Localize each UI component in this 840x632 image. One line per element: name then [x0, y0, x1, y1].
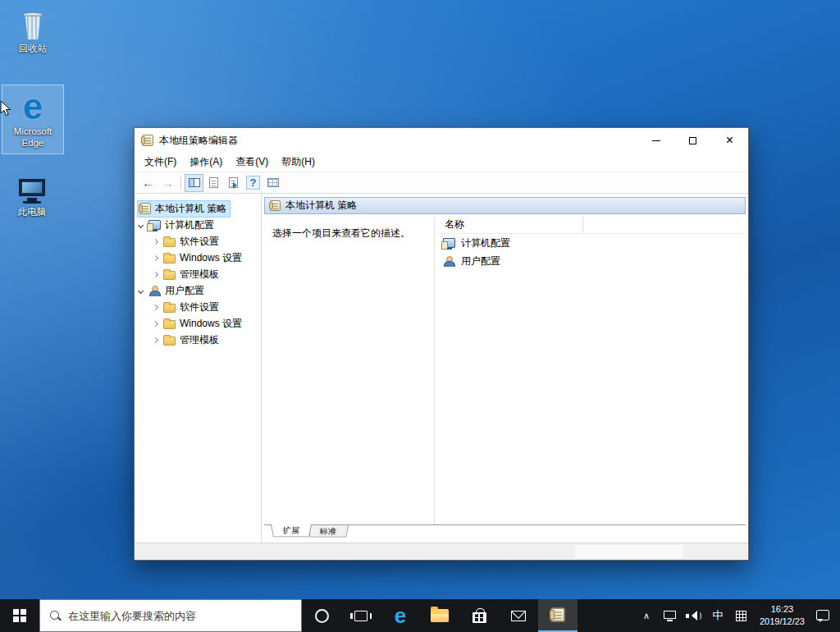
mail-icon: [511, 611, 526, 621]
desktop-icon-label: Microsoft Edge: [2, 126, 63, 149]
toolbar-separator: [180, 176, 181, 190]
start-button[interactable]: [0, 599, 39, 632]
standard-view-button[interactable]: [263, 174, 282, 192]
menu-help[interactable]: 帮助(H): [275, 153, 322, 172]
cortana-button[interactable]: [302, 599, 341, 632]
result-pane: 本地计算机 策略 选择一个项目来查看它的描述。 名称 计算机配置: [262, 194, 748, 543]
result-pane-header: 本地计算机 策略: [264, 197, 746, 214]
taskbar-gpedit-button[interactable]: [538, 599, 578, 632]
clock[interactable]: 16:23 2019/12/23: [756, 599, 808, 632]
desktop-icon-this-pc[interactable]: 此电脑: [3, 169, 61, 218]
tree-node-local-policy[interactable]: 本地计算机 策略: [135, 200, 261, 217]
desktop-icon-edge[interactable]: e Microsoft Edge: [2, 85, 64, 154]
taskbar: e ∧ 中 16:23 2019/12/23: [0, 599, 840, 632]
gpedit-window: 本地组策略编辑器 × 文件(F) 操作(A) 查看(V) 帮助(H) ← → ?: [134, 127, 749, 561]
console-tree-toggle-button[interactable]: [185, 174, 203, 192]
back-button[interactable]: ←: [139, 174, 158, 192]
scrollbar-segment[interactable]: [575, 545, 683, 558]
user-config-icon: [443, 256, 455, 267]
policy-icon: [550, 607, 565, 622]
folder-icon: [163, 304, 176, 313]
maximize-button[interactable]: [674, 128, 711, 153]
task-view-button[interactable]: [341, 599, 381, 632]
taskbar-edge-button[interactable]: e: [381, 599, 420, 632]
expander-closed-icon[interactable]: [149, 338, 161, 342]
tab-extended[interactable]: 扩展: [271, 524, 312, 537]
ime-mode-button[interactable]: 中: [709, 599, 727, 632]
title-bar[interactable]: 本地组策略编辑器 ×: [135, 128, 748, 153]
taskbar-explorer-button[interactable]: [420, 599, 459, 632]
folder-icon: [163, 254, 176, 263]
forward-button[interactable]: →: [158, 174, 177, 192]
ime-toolbar-button[interactable]: [733, 599, 751, 632]
cortana-icon: [315, 609, 329, 623]
folder-icon: [163, 238, 176, 247]
expander-open-icon[interactable]: [135, 223, 146, 227]
tab-standard[interactable]: 标准: [308, 525, 349, 537]
action-center-icon: [816, 610, 829, 621]
window-title: 本地组策略编辑器: [159, 134, 238, 148]
description-text: 选择一个项目来查看它的描述。: [272, 227, 410, 239]
ime-grid-icon: [736, 611, 746, 621]
clock-time: 16:23: [760, 603, 805, 616]
toolbar: ← → ?: [135, 172, 748, 194]
tree-node-computer-config[interactable]: 计算机配置: [135, 217, 261, 233]
search-input[interactable]: [68, 610, 301, 622]
view-tabs: 扩展 标准: [264, 524, 746, 543]
edge-icon: e: [23, 90, 43, 123]
network-icon: [664, 611, 676, 619]
expander-closed-icon[interactable]: [149, 322, 161, 326]
expander-open-icon[interactable]: [135, 289, 146, 293]
properties-button[interactable]: [204, 174, 223, 192]
file-explorer-icon: [431, 609, 449, 622]
tree-node-admin-templates[interactable]: 管理模板: [149, 332, 261, 348]
desktop-icon-label: 此电脑: [3, 206, 61, 218]
tree-node-windows-settings[interactable]: Windows 设置: [149, 315, 261, 332]
network-button[interactable]: [661, 599, 679, 632]
taskbar-store-button[interactable]: [459, 599, 499, 632]
tree-node-user-config[interactable]: 用户配置: [135, 282, 261, 299]
tree-node-windows-settings[interactable]: Windows 设置: [149, 250, 261, 266]
document-icon: [209, 177, 218, 188]
action-center-button[interactable]: [814, 599, 832, 632]
taskbar-search[interactable]: [39, 599, 302, 632]
window-policy-icon: [142, 135, 153, 146]
list-header-row: 名称: [435, 216, 746, 234]
menu-action[interactable]: 操作(A): [183, 153, 229, 172]
forward-arrow-icon: →: [162, 176, 174, 189]
tray-overflow-button[interactable]: ∧: [637, 599, 655, 632]
expander-closed-icon[interactable]: [149, 305, 161, 309]
list-item-user-config[interactable]: 用户配置: [435, 252, 746, 270]
expander-closed-icon[interactable]: [149, 240, 161, 244]
column-header-name[interactable]: 名称: [435, 216, 583, 233]
help-button[interactable]: ?: [244, 174, 262, 192]
expander-closed-icon[interactable]: [149, 256, 161, 260]
this-pc-icon: [18, 179, 46, 204]
desktop-icon-label: 回收站: [4, 43, 62, 54]
clock-date: 2019/12/23: [760, 616, 805, 628]
taskbar-mail-button[interactable]: [499, 599, 538, 632]
policy-icon: [139, 203, 151, 214]
desktop-icon-recycle-bin[interactable]: 回收站: [4, 6, 62, 54]
system-tray: ∧ 中 16:23 2019/12/23: [637, 599, 840, 632]
tree-node-admin-templates[interactable]: 管理模板: [149, 266, 261, 282]
minimize-button[interactable]: [637, 128, 674, 153]
table-icon: [267, 178, 279, 187]
item-list: 名称 计算机配置 用户配置: [435, 216, 746, 524]
status-bar: [135, 543, 748, 560]
task-view-icon: [354, 611, 368, 621]
folder-icon: [163, 320, 176, 329]
list-item-computer-config[interactable]: 计算机配置: [435, 234, 746, 252]
expander-closed-icon[interactable]: [149, 272, 161, 277]
computer-config-icon: [443, 238, 455, 248]
speaker-icon: [686, 611, 701, 621]
export-list-button[interactable]: [224, 174, 243, 192]
panes-icon: [189, 178, 200, 187]
tree-node-software-settings[interactable]: 软件设置: [149, 299, 261, 315]
menu-bar: 文件(F) 操作(A) 查看(V) 帮助(H): [135, 153, 748, 172]
menu-file[interactable]: 文件(F): [138, 153, 183, 172]
close-button[interactable]: ×: [711, 128, 748, 153]
volume-button[interactable]: [685, 599, 703, 632]
menu-view[interactable]: 查看(V): [229, 153, 275, 172]
tree-node-software-settings[interactable]: 软件设置: [149, 233, 261, 250]
